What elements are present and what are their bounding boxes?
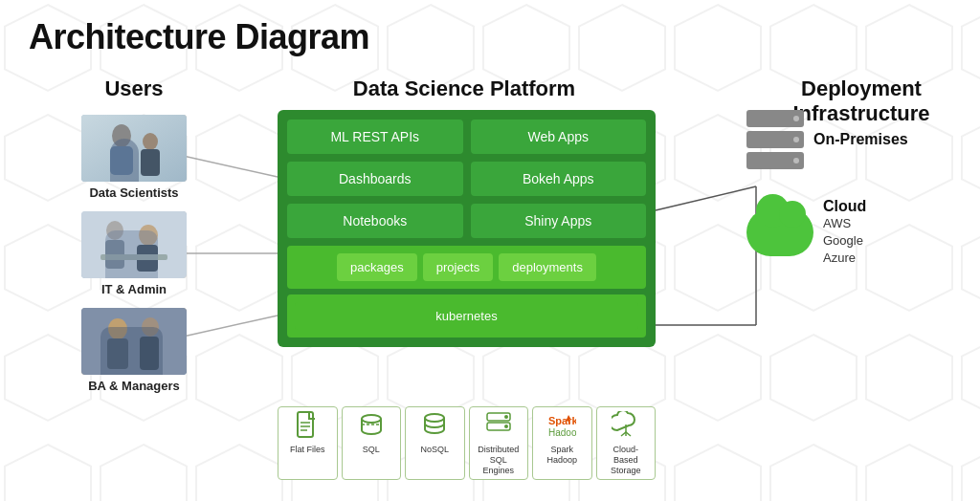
lighter-row: packages projects deployments (295, 253, 638, 281)
ds-sql: SQL (342, 406, 402, 480)
platform-section: ML REST APIs Web Apps Dashboards Bokeh A… (278, 110, 656, 347)
svg-rect-23 (298, 412, 313, 437)
user-label-it: IT & Admin (101, 282, 167, 296)
page-title: Architecture Diagram (29, 17, 369, 57)
cloud-google: Google (823, 232, 866, 250)
svg-point-10 (143, 133, 158, 150)
sql-icon (358, 411, 385, 443)
data-sources-row: Flat Files SQL NoSQL (278, 406, 656, 480)
lighter-green-box: packages projects deployments (287, 246, 646, 289)
platform-header: Data Science Platform (273, 76, 656, 101)
platform-grid: ML REST APIs Web Apps Dashboards Bokeh A… (287, 120, 646, 238)
on-premises-label-group: On-Premises (813, 131, 908, 148)
cloud-label-group: Cloud AWS Google Azure (823, 198, 866, 268)
cloud-title: Cloud (823, 198, 866, 215)
spark-icon: Spark Hadoop (547, 411, 576, 443)
server-row-1 (746, 110, 804, 127)
kubernetes-label: kubernetes (295, 302, 638, 330)
distributed-icon (485, 411, 512, 443)
lighter-cell-1: projects (423, 253, 494, 281)
ds-label-4: Spark Hadoop (539, 445, 586, 466)
ds-label-1: SQL (363, 445, 380, 455)
user-label-ba: BA & Managers (88, 379, 180, 393)
server-row-2 (746, 131, 804, 148)
flat-files-icon (296, 411, 319, 443)
user-data-scientists: Data Scientists (53, 115, 215, 200)
lighter-cell-2: deployments (499, 253, 596, 281)
svg-rect-22 (140, 337, 159, 370)
users-header: Users (57, 76, 211, 101)
ds-label-2: NoSQL (420, 445, 449, 455)
svg-point-13 (106, 221, 123, 240)
server-row-3 (746, 152, 804, 169)
server-icon (746, 110, 804, 169)
on-premises-title: On-Premises (813, 131, 908, 148)
kubernetes-box: kubernetes (287, 294, 646, 338)
ds-label-3: Distributed SQL Engines (476, 445, 523, 475)
svg-rect-11 (141, 149, 160, 176)
svg-point-27 (362, 415, 381, 423)
grid-cell-4: Notebooks (287, 204, 463, 238)
svg-point-8 (112, 124, 131, 147)
grid-cell-1: Web Apps (471, 120, 647, 154)
svg-rect-20 (107, 338, 128, 369)
grid-cell-2: Dashboards (287, 162, 463, 196)
ds-label-5: Cloud-Based Storage (603, 445, 650, 475)
svg-point-21 (142, 317, 159, 337)
cloud-storage-icon (612, 411, 640, 443)
svg-rect-9 (110, 146, 133, 175)
ds-label-0: Flat Files (290, 445, 325, 455)
svg-point-19 (108, 318, 127, 339)
svg-rect-12 (81, 211, 187, 278)
svg-rect-14 (105, 240, 124, 269)
grid-cell-0: ML REST APIs (287, 120, 463, 154)
cloud-azure: Azure (823, 250, 866, 267)
user-photo-it (81, 211, 187, 278)
platform-green-box: ML REST APIs Web Apps Dashboards Bokeh A… (278, 110, 656, 347)
ds-cloud-storage: Cloud-Based Storage (596, 406, 657, 480)
user-ba-managers: BA & Managers (53, 308, 215, 393)
svg-point-29 (425, 414, 444, 422)
deploy-on-premises: On-Premises (746, 110, 967, 169)
svg-rect-18 (81, 308, 187, 375)
cloud-icon (746, 208, 813, 256)
svg-point-33 (504, 425, 508, 428)
svg-text:Hadoop: Hadoop (548, 427, 576, 438)
ds-flat-files: Flat Files (278, 406, 338, 480)
user-photo-scientists (81, 115, 187, 182)
grid-cell-5: Shiny Apps (471, 204, 647, 238)
svg-rect-7 (81, 115, 187, 182)
svg-point-15 (139, 225, 158, 246)
ds-spark: Spark Hadoop Spark Hadoop (532, 406, 592, 480)
deploy-cloud: Cloud AWS Google Azure (746, 198, 967, 268)
svg-text:Spark: Spark (548, 415, 576, 426)
grid-cell-3: Bokeh Apps (471, 162, 647, 196)
user-it-admin: IT & Admin (53, 211, 215, 296)
nosql-icon (421, 411, 448, 443)
users-section: Data Scientists IT & Admin (53, 115, 215, 404)
user-label-scientists: Data Scientists (89, 185, 178, 200)
user-photo-ba (81, 308, 187, 375)
lighter-cell-0: packages (337, 253, 417, 281)
svg-rect-17 (100, 254, 167, 260)
svg-rect-16 (137, 245, 158, 272)
deployment-section: On-Premises Cloud AWS Google Azure (746, 110, 967, 296)
svg-point-32 (504, 415, 508, 419)
ds-nosql: NoSQL (405, 406, 465, 480)
ds-distributed: Distributed SQL Engines (469, 406, 529, 480)
cloud-aws: AWS (823, 215, 866, 232)
